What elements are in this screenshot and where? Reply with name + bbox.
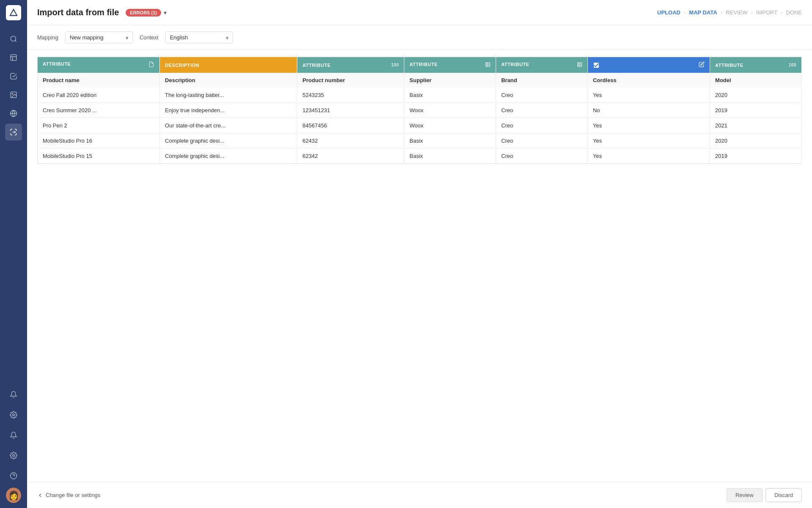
cell-brand-1: Creo (496, 103, 588, 118)
col-label-description: DESCRIPTION (165, 63, 199, 68)
table-row: MobileStudio Pro 15Complete graphic desi… (38, 149, 802, 164)
table-subheader-row: Product name Description Product number … (38, 73, 802, 88)
breadcrumb-sep-3: › (751, 9, 752, 16)
context-select[interactable]: English French German Spanish (165, 31, 233, 44)
cell-product_name-1: Creo Summer 2020 ... (38, 103, 160, 118)
context-label: Context (140, 34, 159, 41)
table-row: Creo Fall 2020 editionThe long-lasting b… (38, 88, 802, 103)
errors-badge[interactable]: ERRORS (1) (126, 9, 161, 17)
cell-brand-3: Creo (496, 133, 588, 149)
errors-dropdown-arrow[interactable]: ▾ (164, 9, 167, 16)
col-label-product-number: ATTRIBUTE (302, 63, 330, 68)
cell-brand-0: Creo (496, 88, 588, 103)
cell-product_name-3: MobileStudio Pro 16 (38, 133, 160, 149)
cell-description-3: Complete graphic desi... (160, 133, 297, 149)
subheader-product-name: Product name (38, 73, 160, 88)
subheader-supplier: Supplier (404, 73, 496, 88)
breadcrumb-done[interactable]: DONE (786, 9, 802, 16)
cell-cordless-2: Yes (587, 118, 710, 133)
back-link[interactable]: Change file or settings (37, 492, 100, 498)
col-header-supplier[interactable]: ATTRIBUTE (404, 57, 496, 73)
table-row: Creo Summer 2020 ...Enjoy true independe… (38, 103, 802, 118)
col-label-model: ATTRIBUTE (715, 63, 743, 68)
sidebar-item-search[interactable] (5, 30, 22, 47)
sidebar-item-alerts[interactable] (5, 427, 22, 444)
breadcrumb-review[interactable]: REVIEW (726, 9, 747, 16)
edit-column-button[interactable] (699, 61, 705, 69)
subheader-product-number: Product number (297, 73, 404, 88)
table-row: MobileStudio Pro 16Complete graphic desi… (38, 133, 802, 149)
sidebar-item-help[interactable] (5, 467, 22, 484)
discard-button[interactable]: Discard (765, 488, 802, 502)
sidebar-item-media[interactable] (5, 86, 22, 103)
sidebar-item-settings[interactable] (5, 406, 22, 423)
cell-model-2: 2021 (710, 118, 802, 133)
cell-supplier-0: Basix (404, 88, 496, 103)
col-header-cordless[interactable] (587, 57, 710, 73)
cell-supplier-1: Woox (404, 103, 496, 118)
sidebar-item-settings2[interactable] (5, 447, 22, 464)
sidebar: 👩 (0, 0, 27, 508)
sidebar-bottom: 👩 (5, 386, 22, 503)
table-container: ATTRIBUTE DESCRIPTION ATTRIBUTE 100 ATTR… (27, 50, 812, 482)
col-label-supplier: ATTRIBUTE (409, 62, 437, 67)
page-title: Import data from file (37, 8, 119, 17)
cell-product_number-4: 62342 (297, 149, 404, 164)
col-header-description[interactable]: DESCRIPTION (160, 57, 297, 73)
subheader-description: Description (160, 73, 297, 88)
cell-supplier-4: Basix (404, 149, 496, 164)
doc-icon (148, 61, 154, 69)
subheader-brand: Brand (496, 73, 588, 88)
avatar[interactable]: 👩 (6, 488, 21, 503)
col-header-brand[interactable]: ATTRIBUTE (496, 57, 588, 73)
100-icon-1: 100 (391, 63, 399, 67)
cell-cordless-4: Yes (587, 149, 710, 164)
sidebar-item-tasks[interactable] (5, 68, 22, 85)
cell-product_name-0: Creo Fall 2020 edition (38, 88, 160, 103)
col-header-product-name[interactable]: ATTRIBUTE (38, 57, 160, 73)
page-header: Import data from file ERRORS (1) ▾ UPLOA… (27, 0, 812, 25)
cell-cordless-3: Yes (587, 133, 710, 149)
cell-model-4: 2019 (710, 149, 802, 164)
table-icon-1 (485, 62, 491, 69)
sidebar-item-notifications[interactable] (5, 386, 22, 403)
breadcrumb-sep-2: › (721, 9, 722, 16)
sidebar-item-globe[interactable] (5, 105, 22, 122)
checkbox-checked-icon (593, 62, 600, 69)
sidebar-item-orders[interactable] (5, 49, 22, 66)
cell-product_name-2: Pro Pen 2 (38, 118, 160, 133)
table-body: Creo Fall 2020 editionThe long-lasting b… (38, 88, 802, 164)
col-label-brand: ATTRIBUTE (501, 62, 529, 67)
mapping-select[interactable]: New mapping (65, 31, 133, 44)
cell-brand-2: Creo (496, 118, 588, 133)
svg-point-8 (13, 414, 15, 416)
svg-point-2 (11, 36, 16, 41)
toolbar: Mapping New mapping Context English Fren… (27, 25, 812, 50)
cell-model-0: 2020 (710, 88, 802, 103)
svg-rect-12 (486, 62, 490, 66)
col-header-model[interactable]: ATTRIBUTE 100 (710, 57, 802, 73)
sidebar-item-import[interactable] (5, 124, 22, 141)
cell-description-2: Our state-of-the-art cre... (160, 118, 297, 133)
cell-description-4: Complete graphic desi... (160, 149, 297, 164)
breadcrumb-upload[interactable]: UPLOAD (657, 9, 680, 16)
col-header-product-number[interactable]: ATTRIBUTE 100 (297, 57, 404, 73)
subheader-model: Model (710, 73, 802, 88)
app-logo[interactable] (6, 5, 21, 20)
cell-product_number-3: 62432 (297, 133, 404, 149)
cell-model-3: 2020 (710, 133, 802, 149)
table-icon-2 (577, 62, 582, 69)
breadcrumb: UPLOAD › MAP DATA › REVIEW › IMPORT › DO… (657, 9, 802, 16)
cell-supplier-3: Basix (404, 133, 496, 149)
100-icon-2: 100 (789, 63, 796, 67)
table-header-row: ATTRIBUTE DESCRIPTION ATTRIBUTE 100 ATTR… (38, 57, 802, 73)
breadcrumb-map-data[interactable]: MAP DATA (689, 9, 717, 16)
breadcrumb-import[interactable]: IMPORT (756, 9, 777, 16)
review-button[interactable]: Review (727, 488, 763, 502)
back-arrow-icon (37, 492, 43, 498)
context-select-wrapper: English French German Spanish (165, 31, 233, 44)
svg-rect-13 (578, 62, 582, 66)
col-checkbox-area (593, 61, 705, 69)
svg-point-5 (12, 93, 13, 94)
col-label-product-name: ATTRIBUTE (43, 61, 71, 66)
